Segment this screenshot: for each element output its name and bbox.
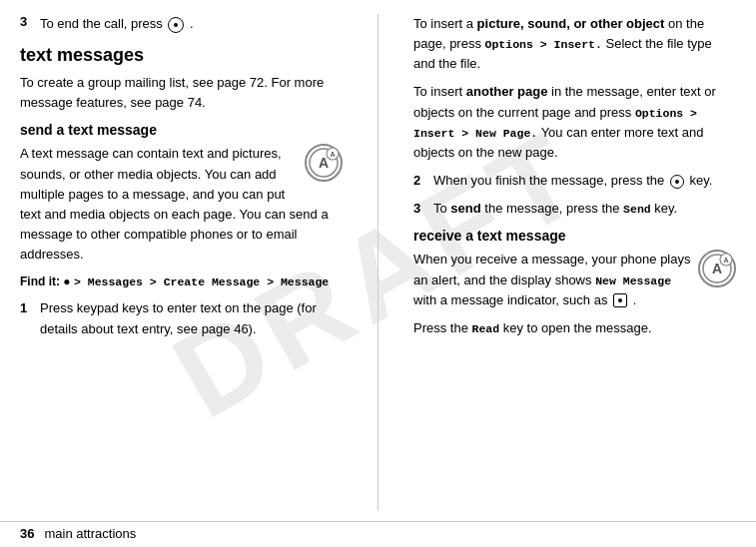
right-column: To insert a picture, sound, or other obj… (413, 14, 736, 511)
finish-key-icon (670, 175, 684, 189)
receive-icon-badge: A A (698, 250, 736, 287)
svg-text:A: A (330, 151, 335, 158)
find-it-label: Find it: (20, 274, 60, 288)
content-area: 3 To end the call, press . text messages… (0, 0, 756, 521)
receive-body-text: When you receive a message, your phone p… (413, 250, 736, 309)
send-text-message-heading: send a text message (20, 121, 343, 139)
step3-num: 3 (20, 14, 34, 29)
page-container: DRAFT 3 To end the call, press . text me… (0, 0, 756, 547)
insert-picture-bold: picture, sound, or other object (477, 16, 665, 31)
right-step-3-text: To send the message, press the Send key. (433, 199, 677, 219)
feature-icon-circle: A A (305, 144, 343, 182)
right-steps-list: 2 When you finish the message, press the… (413, 171, 736, 219)
message-indicator-icon (613, 293, 627, 307)
text-messages-heading: text messages (20, 44, 343, 67)
footer: 36 main attractions (0, 521, 756, 547)
receive-body-area: A A When you receive a message, your pho… (413, 250, 736, 309)
left-step-1-num: 1 (20, 298, 32, 318)
intro-text: To create a group mailing list, see page… (20, 73, 343, 113)
end-call-icon (168, 17, 184, 33)
footer-label: main attractions (44, 526, 136, 541)
svg-text:A: A (723, 257, 728, 264)
left-step-1-text: Press keypad keys to enter text on the p… (40, 298, 343, 338)
send-text-body-area: A A A text message can contain text and … (20, 144, 343, 265)
step3-text: To end the call, press . (40, 14, 194, 34)
find-it-icon: ● (63, 274, 74, 288)
right-step-2-num: 2 (413, 171, 425, 191)
read-key-para: Press the Read key to open the message. (413, 318, 736, 338)
left-column: 3 To end the call, press . text messages… (20, 14, 343, 511)
receive-icon-circle: A A (698, 250, 736, 287)
insert-options-menu: Options > Insert. (485, 38, 602, 51)
send-body-text: A text message can contain text and pict… (20, 144, 343, 265)
find-it-path: > Messages > Create Message > Message (74, 275, 329, 288)
send-icon-badge: A A (305, 144, 343, 182)
feature-icon-svg: A A (308, 147, 340, 179)
receive-heading: receive a text message (413, 227, 736, 245)
find-it: Find it: ● > Messages > Create Message >… (20, 273, 343, 290)
left-steps-list: 1 Press keypad keys to enter text on the… (20, 298, 343, 338)
column-divider (378, 14, 378, 511)
right-step-2: 2 When you finish the message, press the… (413, 171, 736, 191)
left-step-1: 1 Press keypad keys to enter text on the… (20, 298, 343, 338)
step3-end-call: 3 To end the call, press . (20, 14, 343, 34)
send-menu-key: Send (623, 203, 651, 216)
right-step-3-num: 3 (413, 199, 425, 219)
right-step-3: 3 To send the message, press the Send ke… (413, 199, 736, 219)
page-number: 36 (20, 526, 34, 541)
insert-picture-para: To insert a picture, sound, or other obj… (413, 14, 736, 74)
another-page-para: To insert another page in the message, e… (413, 82, 736, 163)
right-step-2-text: When you finish the message, press the k… (433, 171, 712, 191)
receive-icon-svg: A A (701, 253, 733, 284)
